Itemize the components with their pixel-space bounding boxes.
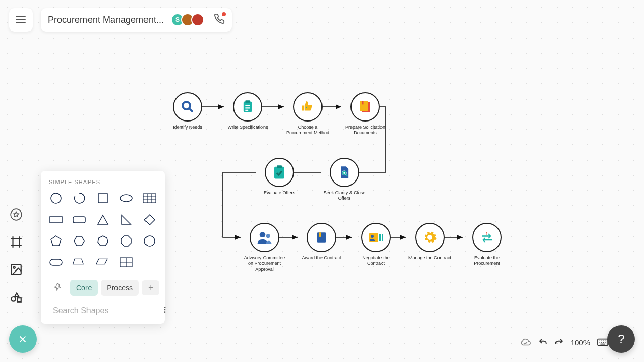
svg-rect-35 bbox=[382, 234, 383, 241]
book-icon bbox=[315, 231, 328, 244]
svg-rect-34 bbox=[379, 234, 381, 241]
svg-rect-25 bbox=[277, 165, 282, 168]
flow-node-label: Identify Needs bbox=[165, 125, 211, 130]
keyboard-icon bbox=[597, 338, 608, 346]
flow-node-label: Write Specifications bbox=[225, 125, 271, 130]
gear-icon bbox=[422, 230, 437, 245]
flow-node-evaluate[interactable]: Evaluate Offers bbox=[256, 158, 302, 196]
flow-node-manage[interactable]: Manage the Contract bbox=[407, 223, 453, 261]
thumbs-icon bbox=[300, 99, 315, 114]
flow-node-evalproc[interactable]: 1 Evaluate the Procurement bbox=[464, 223, 510, 267]
flow-node-label: Evaluate the Procurement bbox=[464, 255, 510, 267]
flow-node-identify[interactable]: Identify Needs bbox=[165, 92, 211, 130]
flow-node-label: Seek Clarity & Close Offers bbox=[321, 190, 367, 202]
flow-node-choose[interactable]: Choose a Procurement Method bbox=[285, 92, 331, 136]
redo-icon bbox=[554, 338, 564, 347]
svg-rect-20 bbox=[245, 100, 250, 103]
help-button[interactable]: ? bbox=[607, 325, 635, 353]
undo-icon bbox=[538, 338, 547, 347]
flow-node-negotiate[interactable]: Negotiate the Contract bbox=[353, 223, 399, 267]
flow-node-seek[interactable]: Seek Clarity & Close Offers bbox=[321, 158, 367, 202]
svg-point-29 bbox=[266, 234, 270, 238]
cloud-icon bbox=[520, 337, 531, 348]
svg-text:1: 1 bbox=[486, 231, 488, 236]
flow-node-label: Advisory Committee on Procurement Approv… bbox=[242, 255, 287, 273]
flow-node-label: Manage the Contract bbox=[407, 255, 453, 261]
flow-node-prepare[interactable]: Prepare Solicitation Documents bbox=[342, 92, 388, 136]
redo-button[interactable] bbox=[554, 338, 564, 347]
svg-point-33 bbox=[371, 235, 374, 238]
documents-icon bbox=[358, 100, 372, 114]
zoom-level[interactable]: 100% bbox=[571, 338, 590, 347]
flow-node-label: Choose a Procurement Method bbox=[285, 125, 331, 136]
svg-rect-23 bbox=[362, 101, 364, 104]
clipboard-icon bbox=[241, 100, 255, 114]
undo-button[interactable] bbox=[538, 338, 547, 347]
flow-node-write[interactable]: Write Specifications bbox=[225, 92, 271, 130]
flow-node-award[interactable]: Award the Contract bbox=[299, 223, 344, 261]
diagram-canvas[interactable]: Identify Needs Write Specifications Choo… bbox=[0, 0, 644, 362]
svg-rect-31 bbox=[319, 232, 321, 237]
clipboard-check-icon bbox=[272, 165, 287, 180]
svg-point-28 bbox=[260, 232, 266, 237]
repeat-icon: 1 bbox=[479, 230, 494, 245]
cloud-sync-button[interactable] bbox=[520, 337, 531, 348]
doc-search-icon bbox=[337, 165, 352, 179]
flow-node-label: Evaluate Offers bbox=[256, 190, 302, 196]
svg-rect-24 bbox=[274, 167, 284, 179]
svg-rect-37 bbox=[598, 339, 608, 346]
magnifier-icon bbox=[180, 99, 195, 114]
contact-icon bbox=[368, 230, 384, 245]
flow-node-label: Negotiate the Contract bbox=[353, 255, 399, 267]
flow-node-label: Award the Contract bbox=[299, 255, 344, 261]
people-icon bbox=[256, 229, 273, 246]
svg-rect-22 bbox=[360, 101, 368, 111]
bottom-right-controls: 100% bbox=[520, 337, 608, 348]
flow-node-label: Prepare Solicitation Documents bbox=[342, 125, 388, 136]
flow-node-advisory[interactable]: Advisory Committee on Procurement Approv… bbox=[242, 223, 287, 273]
keyboard-shortcuts-button[interactable] bbox=[597, 338, 608, 346]
